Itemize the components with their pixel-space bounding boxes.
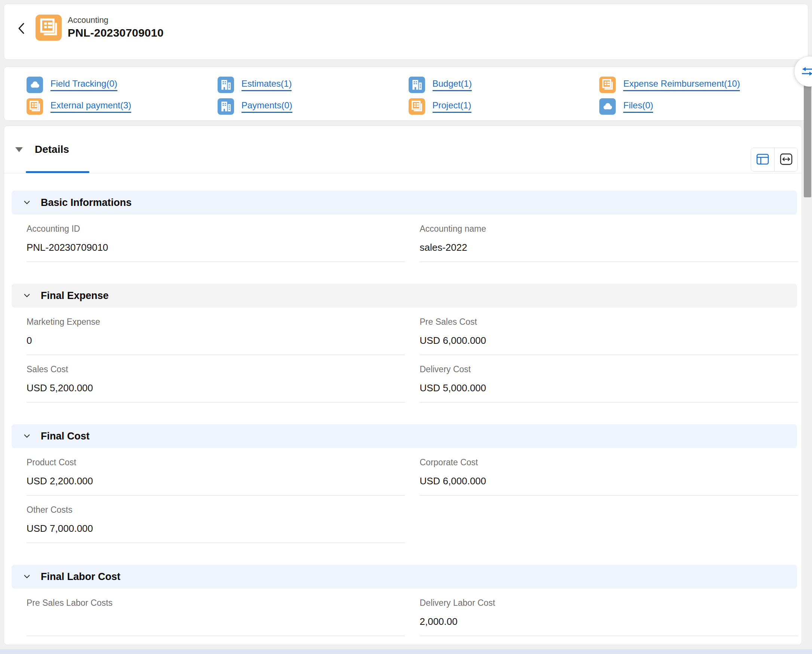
related-link-label: Estimates(1) <box>242 78 292 91</box>
field-value: PNL-20230709010 <box>26 241 405 254</box>
section-title: Basic Informations <box>41 197 132 209</box>
field-delivery-labor-cost: Delivery Labor Cost 2,000.00 <box>420 588 798 636</box>
field-value: 0 <box>26 335 405 347</box>
field-value: USD 7,000.000 <box>26 523 405 535</box>
chevron-down-icon <box>23 292 31 300</box>
expand-width-button[interactable] <box>774 148 797 171</box>
section-header-final-labor-cost[interactable]: Final Labor Cost <box>12 565 797 588</box>
related-link-field-tracking[interactable]: Field Tracking(0) <box>26 76 217 93</box>
section-title: Final Expense <box>41 290 109 302</box>
field-value: 2,000.00 <box>420 616 798 628</box>
section-title: Final Labor Cost <box>41 571 120 583</box>
related-link-label: External payment(3) <box>50 100 131 113</box>
object-label: Accounting <box>68 15 164 25</box>
active-tab-indicator <box>26 171 89 173</box>
field-accounting-id: Accounting ID PNL-20230709010 <box>26 214 405 262</box>
chevron-left-icon <box>17 22 26 36</box>
field-label: Marketing Expense <box>26 316 405 327</box>
field-value <box>26 616 405 628</box>
field-value: USD 2,200.000 <box>26 475 405 487</box>
field-value: sales-2022 <box>420 241 798 254</box>
chevron-down-icon <box>23 432 31 440</box>
field-label: Accounting name <box>420 223 798 234</box>
chevron-down-icon <box>23 573 31 581</box>
field-pre-sales-cost: Pre Sales Cost USD 6,000.000 <box>420 307 798 355</box>
related-link-label: Budget(1) <box>433 78 472 91</box>
record-title: PNL-20230709010 <box>68 26 164 40</box>
related-link-estimates[interactable]: Estimates(1) <box>217 76 408 93</box>
building-icon <box>217 76 234 93</box>
ledger-icon <box>26 98 43 115</box>
building-icon <box>408 76 425 93</box>
bottom-edge-strip <box>0 649 812 654</box>
tab-details[interactable]: Details <box>35 144 69 156</box>
empty-field-slot <box>420 495 798 543</box>
related-link-budget[interactable]: Budget(1) <box>408 76 599 93</box>
field-label: Pre Sales Labor Costs <box>26 597 405 608</box>
related-link-expense-reimbursement[interactable]: Expense Reimbursement(10) <box>599 76 790 93</box>
field-value: USD 6,000.000 <box>420 475 798 487</box>
field-value: USD 5,200.000 <box>26 382 405 394</box>
related-link-files[interactable]: Files(0) <box>599 98 790 115</box>
expand-horizontal-icon <box>780 153 792 166</box>
related-link-project[interactable]: Project(1) <box>408 98 599 115</box>
chevron-down-icon <box>23 199 31 207</box>
back-button[interactable] <box>14 21 29 36</box>
details-tab-bar: Details <box>4 126 801 173</box>
vertical-scrollbar-thumb[interactable] <box>804 85 811 197</box>
related-link-label: Project(1) <box>433 100 471 113</box>
related-link-label: Expense Reimbursement(10) <box>623 78 740 91</box>
collapse-triangle-icon[interactable] <box>15 147 23 152</box>
field-label: Accounting ID <box>26 223 405 234</box>
field-label: Delivery Labor Cost <box>420 597 798 608</box>
record-header-card: Accounting PNL-20230709010 <box>4 4 808 60</box>
related-link-label: Payments(0) <box>242 100 292 113</box>
related-link-payments[interactable]: Payments(0) <box>217 98 408 115</box>
cloud-icon <box>599 98 616 115</box>
field-label: Sales Cost <box>26 364 405 374</box>
field-label: Product Cost <box>26 457 405 468</box>
field-value: USD 5,000.000 <box>420 382 798 394</box>
section-title: Final Cost <box>41 431 90 442</box>
field-corporate-cost: Corporate Cost USD 6,000.000 <box>420 448 798 495</box>
field-other-costs: Other Costs USD 7,000.000 <box>26 495 405 543</box>
building-icon <box>217 98 234 115</box>
field-delivery-cost: Delivery Cost USD 5,000.000 <box>420 355 798 402</box>
field-pre-sales-labor-costs: Pre Sales Labor Costs <box>26 588 405 636</box>
column-layout-button[interactable] <box>751 148 774 171</box>
layout-icon <box>756 154 769 166</box>
field-label: Delivery Cost <box>420 364 798 374</box>
accounting-object-icon <box>35 15 62 41</box>
ledger-icon <box>408 98 425 115</box>
field-marketing-expense: Marketing Expense 0 <box>26 307 405 355</box>
field-accounting-name: Accounting name sales-2022 <box>420 214 798 262</box>
cloud-icon <box>26 76 43 93</box>
related-link-external-payment[interactable]: External payment(3) <box>26 98 217 115</box>
section-header-final-expense[interactable]: Final Expense <box>12 284 797 307</box>
related-links-card: Field Tracking(0) Estimates(1) <box>4 67 806 121</box>
section-header-basic-informations[interactable]: Basic Informations <box>12 191 797 214</box>
ledger-icon <box>599 76 616 93</box>
related-link-label: Field Tracking(0) <box>50 78 118 91</box>
section-header-final-cost[interactable]: Final Cost <box>12 424 797 448</box>
related-link-label: Files(0) <box>623 100 653 113</box>
field-label: Other Costs <box>26 504 405 515</box>
details-card: Details Basic Informations Accounting ID… <box>4 125 802 645</box>
field-product-cost: Product Cost USD 2,200.000 <box>26 448 405 495</box>
field-label: Corporate Cost <box>420 457 798 468</box>
field-label: Pre Sales Cost <box>420 316 798 327</box>
field-sales-cost: Sales Cost USD 5,200.000 <box>26 355 405 402</box>
field-value: USD 6,000.000 <box>420 335 798 347</box>
